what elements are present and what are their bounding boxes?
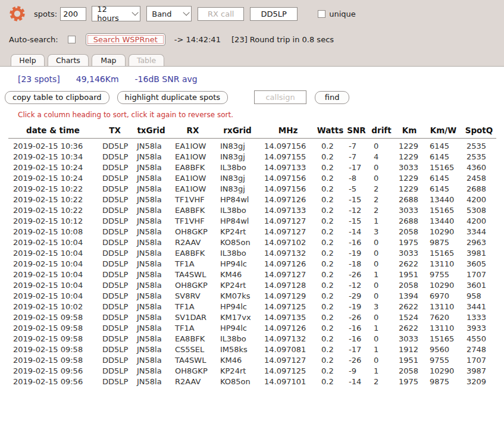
column-header-spotq[interactable]: SpotQ: [462, 123, 496, 139]
cell-snr: -18: [344, 259, 369, 269]
cell-tx: DD5LP: [98, 302, 132, 312]
column-header-date-time[interactable]: date & time: [8, 123, 98, 139]
cell-tx: DD5LP: [98, 312, 132, 323]
cell-km_w: 13440: [425, 195, 462, 205]
cell-drift: 0: [369, 334, 394, 344]
cell-rx: EA1IOW: [170, 152, 215, 162]
column-header-mhz[interactable]: MHz: [259, 123, 317, 139]
cell-drift: 0: [369, 355, 394, 366]
cell-spotq: 3605: [462, 259, 496, 269]
cell-mhz: 14.097126: [259, 323, 317, 334]
column-header-rx[interactable]: RX: [170, 123, 215, 139]
total-distance-summary: 49,146Km: [76, 74, 119, 84]
cell-km_w: 6145: [425, 152, 462, 162]
cell-snr: -15: [344, 195, 369, 205]
table-row: 2019-02-15 10:22DD5LPJN58laEA8BFKIL38bo1…: [8, 205, 496, 216]
cell-spotq: 3933: [462, 323, 496, 334]
search-wsprnet-button[interactable]: Search WSPRnet: [86, 33, 165, 46]
cell-spotq: 3209: [462, 377, 496, 387]
period-select[interactable]: 12 hours: [92, 6, 140, 21]
copy-table-button[interactable]: copy table to clipboard: [5, 91, 109, 104]
cell-date_time: 2019-02-15 09:58: [8, 344, 98, 355]
column-header-watts[interactable]: Watts: [317, 123, 344, 139]
column-header-drift[interactable]: drift: [369, 123, 394, 139]
cell-tx: DD5LP: [98, 377, 132, 387]
table-row: 2019-02-15 10:12DD5LPJN58laTF1VHFHP84wl1…: [8, 216, 496, 227]
table-row: 2019-02-15 10:24DD5LPJN58laEA8BFKIL38bo1…: [8, 162, 496, 173]
cell-rx: CS5SEL: [170, 344, 215, 355]
cell-tx_grid: JN58la: [132, 259, 170, 269]
cell-tx_grid: JN58la: [132, 269, 170, 280]
cell-km: 3033: [394, 334, 425, 344]
spots-count-input[interactable]: [60, 7, 86, 21]
cell-tx: DD5LP: [98, 280, 132, 291]
cell-spotq: 2748: [462, 344, 496, 355]
cell-mhz: 14.097126: [259, 195, 317, 205]
cell-mhz: 14.097127: [259, 355, 317, 366]
cell-drift: 0: [369, 139, 394, 152]
tab-charts[interactable]: Charts: [48, 54, 89, 66]
auto-search-checkbox[interactable]: [68, 36, 76, 43]
tab-table: Table: [129, 54, 164, 66]
cell-km_w: 10290: [425, 280, 462, 291]
column-header-snr[interactable]: SNR: [344, 123, 369, 139]
column-header-txgrid[interactable]: txGrid: [132, 123, 170, 139]
spots-table: date & time TX txGrid RX rxGrid MHz Watt…: [8, 123, 496, 387]
cell-tx_grid: JN58la: [132, 323, 170, 334]
cell-date_time: 2019-02-15 10:12: [8, 216, 98, 227]
cell-km_w: 10290: [425, 366, 462, 377]
table-tab-content: [23 spots]49,146Km-16dB SNR avg copy tab…: [0, 74, 504, 387]
last-search-time: -> 14:42:41: [174, 35, 221, 44]
search-row: Auto-search: Search WSPRnet -> 14:42:41 …: [9, 32, 504, 46]
cell-km: 2688: [394, 195, 425, 205]
column-header-rxgrid[interactable]: rxGrid: [215, 123, 259, 139]
cell-rx_grid: IN83gj: [215, 152, 259, 162]
cell-km: 2058: [394, 366, 425, 377]
cell-snr: -12: [344, 280, 369, 291]
cell-rx_grid: IL38bo: [215, 248, 259, 259]
unique-checkbox[interactable]: [318, 10, 325, 18]
cell-km: 1912: [394, 344, 425, 355]
find-button[interactable]: find: [315, 91, 349, 104]
cell-watts: 0.2: [317, 280, 344, 291]
cell-snr: -15: [344, 216, 369, 227]
cell-spotq: 4200: [462, 195, 496, 205]
gear-icon[interactable]: [8, 5, 26, 23]
cell-drift: 0: [369, 280, 394, 291]
cell-mhz: 14.097128: [259, 280, 317, 291]
cell-km: 1229: [394, 152, 425, 162]
band-select[interactable]: Band: [146, 6, 192, 21]
cell-tx: DD5LP: [98, 205, 132, 216]
cell-km: 1229: [394, 173, 425, 184]
cell-km_w: 15165: [425, 334, 462, 344]
highlight-duplicates-button[interactable]: highlight duplicate spots: [117, 91, 228, 104]
tab-map[interactable]: Map: [92, 54, 126, 66]
table-row: 2019-02-15 10:04DD5LPJN58laTF1AHP94lc14.…: [8, 259, 496, 269]
tab-help[interactable]: Help: [11, 54, 45, 66]
cell-watts: 0.2: [317, 302, 344, 312]
cell-rx_grid: KM17vx: [215, 312, 259, 323]
column-header-tx[interactable]: TX: [98, 123, 132, 139]
column-header-kmw[interactable]: Km/W: [425, 123, 462, 139]
cell-rx_grid: IL38bo: [215, 205, 259, 216]
cell-rx_grid: HP94lc: [215, 323, 259, 334]
table-row: 2019-02-15 10:04DD5LPJN58laSV8RVKM07ks14…: [8, 291, 496, 302]
cell-km_w: 13110: [425, 302, 462, 312]
cell-km_w: 15165: [425, 248, 462, 259]
cell-date_time: 2019-02-15 10:04: [8, 259, 98, 269]
cell-rx: TF1VHF: [170, 195, 215, 205]
cell-km_w: 6145: [425, 139, 462, 152]
cell-tx: DD5LP: [98, 366, 132, 377]
cell-snr: -26: [344, 355, 369, 366]
cell-tx_grid: JN58la: [132, 139, 170, 152]
cell-watts: 0.2: [317, 237, 344, 248]
spots-table-header: date & time TX txGrid RX rxGrid MHz Watt…: [8, 123, 496, 139]
cell-watts: 0.2: [317, 216, 344, 227]
cell-drift: 3: [369, 302, 394, 312]
cell-drift: 2: [369, 184, 394, 195]
cell-date_time: 2019-02-15 10:02: [8, 302, 98, 312]
tx-call-input[interactable]: [250, 7, 298, 21]
cell-mhz: 14.097132: [259, 334, 317, 344]
cell-watts: 0.2: [317, 344, 344, 355]
column-header-km[interactable]: Km: [394, 123, 425, 139]
